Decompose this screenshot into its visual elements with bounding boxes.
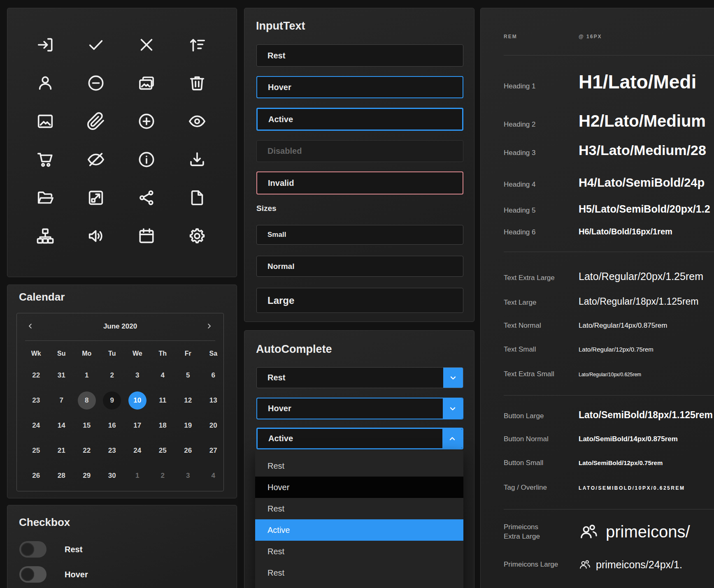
calendar-day[interactable]: 26 <box>179 442 197 460</box>
calendar-next-button[interactable] <box>205 322 214 331</box>
sitemap-icon[interactable] <box>20 217 70 255</box>
users-icon <box>579 558 591 571</box>
eye-icon[interactable] <box>172 102 222 140</box>
type-row-label: Heading 3 <box>504 149 579 157</box>
type-row-text-large: Text Large Lato/Regular/18px/1.125rem <box>504 296 699 307</box>
toggle-label: Hover <box>65 570 88 579</box>
autocomplete-active[interactable]: Active <box>256 428 463 449</box>
calendar-day[interactable]: 7 <box>52 391 70 410</box>
calendar-widget: June 2020 Wk Su Mo Tu We Th Fr Sa 22 31 … <box>16 313 224 491</box>
type-row-tag-overline: Tag / Overline LATO/SEMIBOLD/10PX/0.625R… <box>504 484 685 492</box>
calendar-day[interactable]: 5 <box>179 366 197 384</box>
dropdown-item[interactable]: Rest <box>255 562 463 583</box>
sign-in-icon[interactable] <box>20 25 70 64</box>
dropdown-item-hover[interactable]: Hover <box>255 477 463 498</box>
autocomplete-rest[interactable]: Rest <box>256 367 463 388</box>
calendar-day[interactable]: 25 <box>153 442 172 460</box>
input-value: Disabled <box>267 146 302 156</box>
calendar-day[interactable]: 24 <box>128 442 147 460</box>
user-icon[interactable] <box>20 64 70 102</box>
trash-icon[interactable] <box>172 64 222 102</box>
calendar-day[interactable]: 30 <box>103 467 121 485</box>
dropdown-button[interactable] <box>443 368 463 388</box>
calendar-day[interactable]: 1 <box>78 366 96 384</box>
calendar-day-selected[interactable]: 10 <box>128 391 147 410</box>
shopping-cart-icon[interactable] <box>20 140 70 178</box>
checkbox-panel: Checkbox Rest Hover <box>7 505 237 588</box>
chevron-down-icon <box>449 373 458 382</box>
calendar-week-row: 25 21 22 23 24 25 26 27 <box>23 438 226 463</box>
volume-up-icon[interactable] <box>70 217 121 255</box>
calendar-day[interactable]: 17 <box>128 417 147 435</box>
dropdown-button[interactable] <box>442 429 462 448</box>
calendar-day[interactable]: 19 <box>179 417 197 435</box>
inputtext-panel: InputText Rest Hover Active Disabled Inv… <box>244 8 474 322</box>
minus-circle-icon[interactable] <box>70 64 121 102</box>
calendar-day[interactable]: 16 <box>103 417 121 435</box>
input-rest[interactable]: Rest <box>256 44 463 67</box>
calendar-day-other-month[interactable]: 4 <box>204 467 222 485</box>
weekday-label: Tu <box>100 346 125 361</box>
dropdown-item[interactable]: Rest <box>255 541 463 562</box>
calendar-day-other-month[interactable]: 2 <box>153 467 172 485</box>
autocomplete-hover[interactable]: Hover <box>256 398 463 419</box>
toggle-row: Rest <box>19 541 82 558</box>
eye-slash-icon[interactable] <box>70 140 121 178</box>
calendar-day[interactable]: 23 <box>103 442 121 460</box>
plus-circle-icon[interactable] <box>121 102 172 140</box>
calendar-day[interactable]: 29 <box>78 467 96 485</box>
calendar-day[interactable]: 18 <box>153 417 172 435</box>
download-icon[interactable] <box>172 140 222 178</box>
calendar-day[interactable]: 11 <box>153 391 172 410</box>
type-row-label: Button Large <box>504 412 579 420</box>
info-circle-icon[interactable] <box>121 140 172 178</box>
input-hover[interactable]: Hover <box>256 76 463 98</box>
dropdown-item-selected[interactable]: Active <box>255 519 463 541</box>
input-active[interactable]: Active <box>256 108 463 131</box>
calendar-day[interactable]: 21 <box>52 442 70 460</box>
type-row-label: Text Extra Small <box>504 370 579 378</box>
calendar-day[interactable]: 20 <box>204 417 222 435</box>
folder-open-icon[interactable] <box>20 178 70 217</box>
calendar-day[interactable]: 31 <box>52 366 70 384</box>
typography-column-headers: REM @ 16PX <box>504 34 602 39</box>
calendar-day[interactable]: 2 <box>103 366 121 384</box>
image-icon[interactable] <box>20 102 70 140</box>
file-icon[interactable] <box>172 178 222 217</box>
cog-icon[interactable] <box>172 217 222 255</box>
calendar-day[interactable]: 3 <box>128 366 147 384</box>
calendar-day[interactable]: 6 <box>204 366 222 384</box>
calendar-day[interactable]: 15 <box>78 417 96 435</box>
share-alt-icon[interactable] <box>121 178 172 217</box>
check-icon[interactable] <box>70 25 121 64</box>
calendar-icon[interactable] <box>121 217 172 255</box>
calendar-day[interactable]: 12 <box>179 391 197 410</box>
dropdown-button[interactable] <box>443 398 463 419</box>
calendar-day[interactable]: 14 <box>52 417 70 435</box>
sort-amount-up-icon[interactable] <box>172 25 222 64</box>
input-invalid[interactable]: Invalid <box>256 171 463 194</box>
toggle-switch-hover[interactable] <box>19 566 47 583</box>
times-icon[interactable] <box>121 25 172 64</box>
images-icon[interactable] <box>121 64 172 102</box>
input-normal[interactable]: Normal <box>256 256 463 277</box>
paperclip-icon[interactable] <box>70 102 121 140</box>
input-small[interactable]: Small <box>256 225 463 245</box>
toggle-row: Hover <box>19 566 88 583</box>
calendar-day-active[interactable]: 9 <box>103 391 121 410</box>
calendar-day-other-month[interactable]: 1 <box>128 467 147 485</box>
checkbox-title: Checkbox <box>19 516 70 529</box>
type-row-value: Lato/Regular/14px/0.875rem <box>579 322 667 330</box>
input-large[interactable]: Large <box>256 288 463 313</box>
calendar-day-hover[interactable]: 8 <box>78 391 96 410</box>
dropdown-item[interactable]: Rest <box>255 498 463 519</box>
calendar-day[interactable]: 13 <box>204 391 222 410</box>
calendar-day[interactable]: 22 <box>78 442 96 460</box>
toggle-switch-rest[interactable] <box>19 541 47 558</box>
external-link-icon[interactable] <box>70 178 121 217</box>
calendar-day[interactable]: 28 <box>52 467 70 485</box>
calendar-day[interactable]: 4 <box>153 366 172 384</box>
calendar-day[interactable]: 27 <box>204 442 222 460</box>
calendar-day-other-month[interactable]: 3 <box>179 467 197 485</box>
dropdown-item[interactable]: Rest <box>255 455 463 477</box>
